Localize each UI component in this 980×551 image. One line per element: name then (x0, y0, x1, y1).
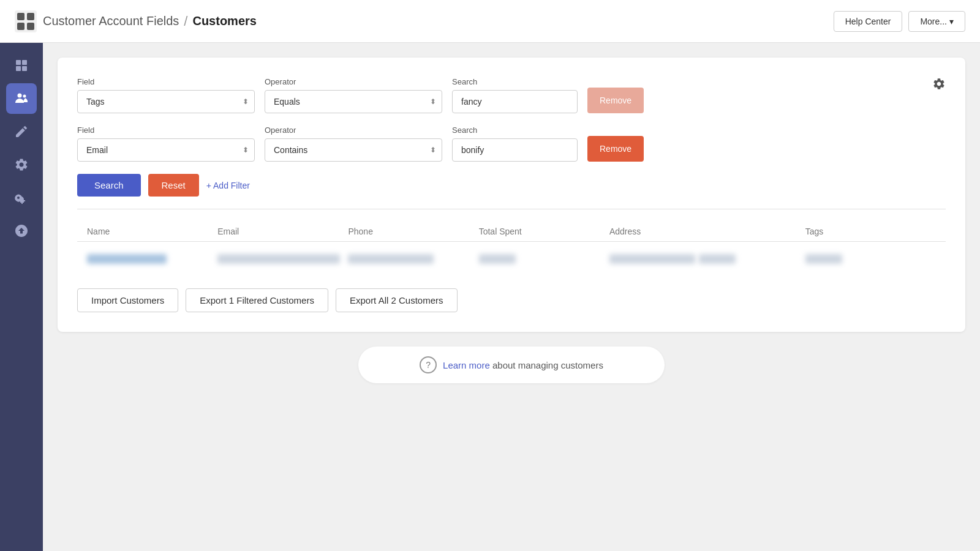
sidebar-item-upload[interactable] (6, 216, 37, 246)
filter1-operator-wrapper: Equals Contains Not Equals (265, 90, 442, 113)
main-layout: Field Tags Email Name Operator (0, 43, 980, 551)
filter2-field-label: Field (77, 126, 255, 135)
svg-point-10 (23, 95, 26, 98)
svg-rect-6 (22, 60, 27, 65)
svg-rect-3 (17, 23, 24, 30)
table-divider-top (77, 209, 946, 209)
sidebar-item-settings[interactable] (6, 149, 37, 180)
learn-more-text: Learn more about managing customers (443, 360, 603, 370)
filter-row-2: Field Email Tags Name Operator (77, 126, 946, 162)
filter1-operator-select[interactable]: Equals Contains Not Equals (265, 90, 442, 113)
svg-rect-5 (16, 60, 21, 65)
filter2-search-group: Search (452, 126, 578, 162)
col-tags: Tags (805, 227, 936, 236)
filter1-operator-group: Operator Equals Contains Not Equals (265, 77, 442, 113)
filter1-field-wrapper: Tags Email Name (77, 90, 255, 113)
table-header: Name Email Phone Total Spent Address Tag… (77, 222, 946, 241)
col-total-spent: Total Spent (479, 227, 609, 236)
filter2-field-group: Field Email Tags Name (77, 126, 255, 162)
svg-point-9 (18, 94, 22, 98)
sidebar-item-tasks[interactable] (6, 50, 37, 81)
cell-name (87, 254, 217, 264)
svg-rect-8 (22, 66, 27, 71)
table-row[interactable] (77, 247, 946, 271)
header-right: Help Center More... ▾ (834, 11, 965, 32)
search-button[interactable]: Search (77, 174, 141, 197)
cell-total-spent (479, 254, 609, 264)
sidebar-item-keys[interactable] (6, 182, 37, 213)
filter1-field-group: Field Tags Email Name (77, 77, 255, 113)
breadcrumb-app[interactable]: Customer Account Fields (43, 14, 179, 28)
sidebar-item-edit[interactable] (6, 116, 37, 147)
filter2-field-select[interactable]: Email Tags Name (77, 138, 255, 162)
learn-more-suffix: about managing customers (490, 360, 603, 370)
add-filter-link[interactable]: + Add Filter (206, 181, 250, 190)
col-email: Email (217, 227, 348, 236)
filter2-search-label: Search (452, 126, 578, 135)
filter2-remove-button[interactable]: Remove (587, 136, 644, 162)
card-inner: Field Tags Email Name Operator (77, 77, 946, 312)
cell-address (609, 254, 805, 264)
info-icon: ? (420, 356, 437, 373)
breadcrumb: Customer Account Fields / Customers (43, 13, 257, 29)
chevron-down-icon: ▾ (949, 17, 954, 26)
filter2-operator-group: Operator Contains Equals Not Contains (265, 126, 442, 162)
col-address: Address (609, 227, 805, 236)
col-phone: Phone (348, 227, 478, 236)
action-row: Search Reset + Add Filter (77, 174, 946, 197)
filter1-search-group: Search (452, 77, 578, 113)
cell-phone (348, 254, 478, 264)
sidebar (0, 43, 43, 551)
filter2-field-wrapper: Email Tags Name (77, 138, 255, 162)
sidebar-item-customers[interactable] (6, 83, 37, 114)
main-card: Field Tags Email Name Operator (58, 58, 965, 332)
more-button-label: More... (920, 17, 947, 26)
export-filtered-button[interactable]: Export 1 Filtered Customers (186, 288, 328, 312)
svg-rect-1 (17, 13, 24, 20)
bottom-buttons: Import Customers Export 1 Filtered Custo… (77, 288, 946, 312)
svg-rect-2 (27, 13, 34, 20)
export-all-button[interactable]: Export All 2 Customers (336, 288, 458, 312)
filter1-field-select[interactable]: Tags Email Name (77, 90, 255, 113)
reset-button[interactable]: Reset (148, 174, 199, 197)
header-left: Customer Account Fields / Customers (15, 10, 257, 32)
filter2-operator-wrapper: Contains Equals Not Contains (265, 138, 442, 162)
svg-rect-4 (27, 23, 34, 30)
top-header: Customer Account Fields / Customers Help… (0, 0, 980, 43)
col-name: Name (87, 227, 217, 236)
breadcrumb-separator: / (184, 13, 187, 29)
svg-rect-7 (16, 66, 21, 71)
content-area: Field Tags Email Name Operator (43, 43, 980, 551)
filter2-search-input[interactable] (452, 138, 578, 162)
filter1-operator-label: Operator (265, 77, 442, 86)
breadcrumb-page: Customers (192, 14, 256, 28)
learn-more-bar: ? Learn more about managing customers (358, 347, 665, 383)
more-button[interactable]: More... ▾ (908, 11, 965, 32)
filter2-operator-label: Operator (265, 126, 442, 135)
cell-email (217, 254, 348, 264)
filter1-field-label: Field (77, 77, 255, 86)
app-logo (15, 10, 37, 32)
filter1-remove-button[interactable]: Remove (587, 88, 644, 113)
filter2-operator-select[interactable]: Contains Equals Not Contains (265, 138, 442, 162)
filter1-search-label: Search (452, 77, 578, 86)
gear-button[interactable] (932, 77, 946, 92)
learn-more-link[interactable]: Learn more (443, 360, 490, 370)
help-center-button[interactable]: Help Center (834, 11, 903, 32)
filter-row-1: Field Tags Email Name Operator (77, 77, 946, 113)
filter1-search-input[interactable] (452, 90, 578, 113)
cell-tags (805, 254, 936, 264)
import-customers-button[interactable]: Import Customers (77, 288, 178, 312)
table-header-divider (77, 241, 946, 242)
